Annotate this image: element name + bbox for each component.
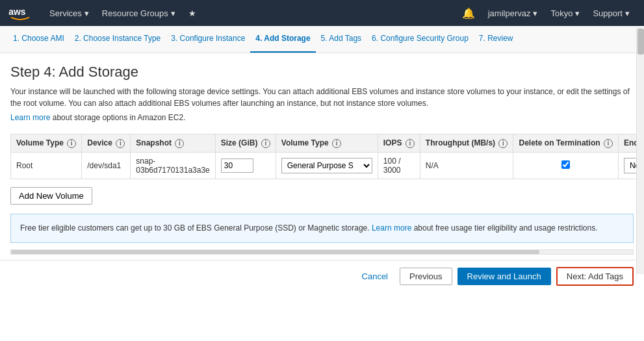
learn-more-line: Learn more about storage options in Amaz…: [10, 112, 634, 123]
cell-volume-type: Root: [11, 153, 82, 179]
chevron-down-icon: ▾: [575, 8, 580, 18]
chevron-down-icon: ▾: [171, 8, 175, 18]
throughput-info-icon[interactable]: i: [498, 139, 508, 148]
table-header-row: Volume Type i Device i Snapshot i Size (…: [11, 134, 645, 153]
col-volume-type-col: Volume Type i: [276, 134, 378, 153]
step-add-storage[interactable]: 4. Add Storage: [250, 26, 315, 53]
nav-star[interactable]: ★: [182, 0, 203, 26]
cell-snapshot: snap-03b6d7170131a3a3e: [131, 153, 215, 179]
main-content: Step 4: Add Storage Your instance will b…: [0, 53, 644, 255]
volume-type-info-icon[interactable]: i: [67, 139, 76, 148]
nav-services[interactable]: Services ▾: [43, 0, 96, 26]
step-review[interactable]: 7. Review: [474, 26, 519, 53]
size-info-icon[interactable]: i: [261, 139, 270, 148]
cell-size[interactable]: [215, 153, 276, 179]
col-iops: IOPS i: [378, 134, 420, 153]
vertical-scroll-thumb[interactable]: [638, 29, 644, 55]
review-and-launch-button[interactable]: Review and Launch: [457, 268, 551, 285]
delete-on-termination-info-icon[interactable]: i: [604, 139, 613, 148]
nav-region[interactable]: Tokyo ▾: [544, 0, 586, 26]
nav-support[interactable]: Support ▾: [586, 0, 636, 26]
size-input[interactable]: [221, 158, 253, 173]
col-throughput: Throughput (MB/s) i: [420, 134, 513, 153]
col-size: Size (GiB) i: [215, 134, 276, 153]
iops-info-icon[interactable]: i: [406, 139, 415, 148]
learn-more-link[interactable]: Learn more: [10, 113, 50, 122]
step-choose-ami[interactable]: 1. Choose AMI: [8, 26, 70, 53]
vertical-scrollbar[interactable]: [636, 27, 644, 274]
info-learn-more-link[interactable]: Learn more: [372, 223, 411, 233]
volume-type-select[interactable]: General Purpose S: [281, 158, 372, 173]
delete-on-termination-checkbox[interactable]: [561, 160, 570, 169]
volume-type-col-info-icon[interactable]: i: [332, 139, 341, 148]
nav-user[interactable]: jamilpervaz ▾: [482, 0, 545, 26]
device-info-icon[interactable]: i: [116, 139, 125, 148]
svg-text:aws: aws: [8, 6, 26, 17]
nav-resource-groups[interactable]: Resource Groups ▾: [96, 0, 182, 26]
info-box: Free tier eligible customers can get up …: [10, 214, 634, 243]
cancel-button[interactable]: Cancel: [355, 268, 394, 284]
chevron-down-icon: ▾: [84, 8, 89, 18]
horizontal-scroll-thumb[interactable]: [11, 250, 539, 254]
col-volume-type: Volume Type i: [11, 134, 82, 153]
chevron-down-icon: ▾: [533, 8, 537, 18]
bottom-bar: Cancel Previous Review and Launch Next: …: [0, 260, 644, 292]
star-icon: ★: [188, 8, 196, 18]
cell-throughput: N/A: [420, 153, 513, 179]
col-device: Device i: [82, 134, 131, 153]
storage-table: Volume Type i Device i Snapshot i Size (…: [10, 134, 644, 179]
previous-button[interactable]: Previous: [400, 268, 452, 285]
col-delete-on-termination: Delete on Termination i: [513, 134, 618, 153]
page-wrapper: aws Services ▾ Resource Groups ▾ ★ 🔔 jam…: [0, 0, 644, 292]
cell-iops: 100 / 3000: [378, 153, 420, 179]
col-snapshot: Snapshot i: [131, 134, 215, 153]
cell-device: /dev/sda1: [82, 153, 131, 179]
step-choose-instance-type[interactable]: 2. Choose Instance Type: [70, 26, 166, 53]
step-configure-security-group[interactable]: 6. Configure Security Group: [367, 26, 474, 53]
page-title: Step 4: Add Storage: [10, 64, 634, 81]
add-new-volume-button[interactable]: Add New Volume: [10, 187, 92, 205]
top-nav: aws Services ▾ Resource Groups ▾ ★ 🔔 jam…: [0, 0, 644, 26]
page-description: Your instance will be launched with the …: [10, 86, 634, 109]
chevron-down-icon: ▾: [625, 8, 630, 18]
step-configure-instance[interactable]: 3. Configure Instance: [166, 26, 250, 53]
snapshot-info-icon[interactable]: i: [175, 139, 184, 148]
table-row: Root /dev/sda1 snap-03b6d7170131a3a3e Ge…: [11, 153, 645, 179]
horizontal-scrollbar[interactable]: [10, 249, 634, 255]
next-add-tags-button[interactable]: Next: Add Tags: [556, 267, 634, 286]
cell-delete-on-termination[interactable]: [513, 153, 618, 179]
nav-right: 🔔 jamilpervaz ▾ Tokyo ▾ Support ▾: [456, 0, 636, 26]
notification-bell[interactable]: 🔔: [456, 7, 482, 19]
aws-logo: aws: [8, 5, 32, 21]
step-add-tags[interactable]: 5. Add Tags: [316, 26, 367, 53]
cell-volume-type-val[interactable]: General Purpose S: [276, 153, 378, 179]
wizard-steps: 1. Choose AMI 2. Choose Instance Type 3.…: [0, 26, 644, 53]
